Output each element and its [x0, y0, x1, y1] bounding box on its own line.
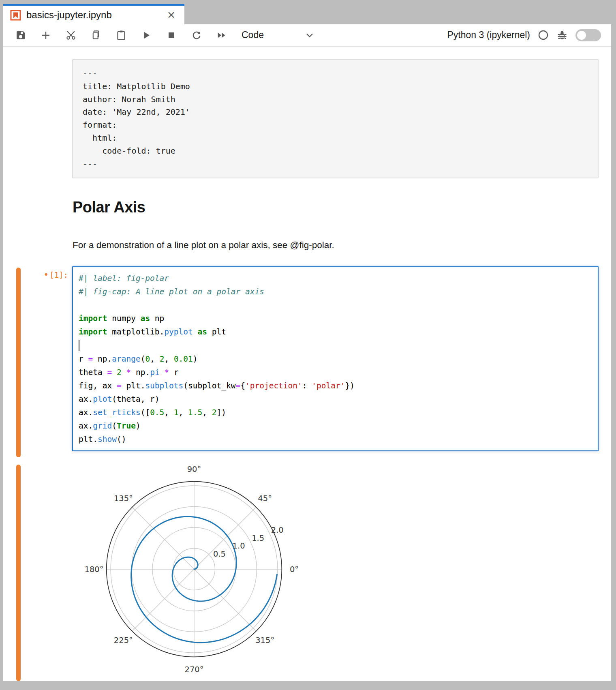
- restart-run-all-button[interactable]: [216, 30, 227, 41]
- r-tick-label: 2.0: [271, 525, 284, 535]
- markdown-heading: Polar Axis: [73, 199, 145, 216]
- r-tick-label: 0.5: [213, 549, 226, 559]
- cut-cells-button[interactable]: [66, 30, 76, 41]
- code-line: theta = 2 * np.pi * r: [79, 366, 592, 379]
- yaml-line: html:: [83, 132, 588, 145]
- yaml-line: code-fold: true: [83, 145, 588, 158]
- yaml-line: ---: [83, 158, 588, 171]
- yaml-line: date: 'May 22nd, 2021': [83, 106, 588, 119]
- prompt-number: [1]:: [49, 270, 68, 279]
- stop-icon: [167, 31, 176, 40]
- tab-close-icon[interactable]: ✕: [167, 10, 175, 20]
- plus-icon: [41, 30, 51, 41]
- clipboard-icon: [116, 30, 126, 41]
- tab-title: basics-jupyter.ipynb: [26, 9, 167, 21]
- copy-cells-button[interactable]: [91, 30, 101, 41]
- run-cell-button[interactable]: [141, 30, 152, 41]
- code-line: ax.set_rticks([0.5, 1, 1.5, 2]): [79, 406, 592, 419]
- polar-plot-output: 0°45°90°135°180°225°270°315°0.51.01.52.0: [76, 456, 311, 681]
- code-line: ax.plot(theta, r): [79, 392, 592, 406]
- yaml-line: author: Norah Smith: [83, 93, 588, 106]
- cell-type-dropdown[interactable]: Code: [242, 30, 314, 41]
- theta-tick-label: 135°: [114, 494, 133, 503]
- play-icon: [141, 30, 151, 40]
- code-line: fig, ax = plt.subplots(subplot_kw={'proj…: [79, 379, 592, 392]
- code-line: import matplotlib.pyplot as plt: [79, 325, 592, 339]
- code-line: import numpy as np: [79, 312, 592, 325]
- notebook-icon: [10, 10, 21, 21]
- text-cursor: [79, 340, 79, 351]
- simple-mode-toggle[interactable]: [575, 29, 601, 41]
- cell-collapser-code[interactable]: [16, 268, 21, 457]
- yaml-line: format:: [83, 119, 588, 132]
- theta-tick-label: 180°: [85, 565, 104, 574]
- code-line: #| label: fig-polar: [79, 272, 592, 285]
- code-line: r = np.arange(0, 2, 0.01): [79, 352, 592, 366]
- restart-kernel-button[interactable]: [191, 30, 202, 41]
- code-cell-editor[interactable]: #| label: fig-polar#| fig-cap: A line pl…: [72, 266, 599, 451]
- notebook-toolbar: Code Python 3 (ipykernel): [3, 24, 611, 47]
- yaml-frontmatter-cell[interactable]: ---title: Matplotlib Demoauthor: Norah S…: [72, 59, 599, 178]
- theta-tick-label: 270°: [185, 665, 204, 674]
- r-tick-label: 1.0: [233, 541, 245, 551]
- notebook-panel: ---title: Matplotlib Demoauthor: Norah S…: [3, 47, 611, 681]
- theta-tick-label: 225°: [114, 636, 133, 645]
- chevron-down-icon: [306, 32, 314, 38]
- modified-dot: •: [44, 270, 49, 280]
- restart-icon: [191, 30, 202, 41]
- yaml-line: title: Matplotlib Demo: [83, 80, 588, 93]
- save-icon: [15, 30, 26, 41]
- theta-tick-label: 315°: [255, 636, 274, 645]
- cell-collapser-output[interactable]: [16, 465, 21, 681]
- r-tick-label: 1.5: [252, 534, 264, 543]
- yaml-line: ---: [83, 67, 588, 80]
- markdown-paragraph: For a demonstration of a line plot on a …: [73, 240, 334, 251]
- fast-forward-icon: [216, 30, 227, 40]
- jupyterlab-window: { "tab": { "title": "basics-jupyter.ipyn…: [0, 0, 616, 690]
- theta-tick-label: 90°: [187, 465, 201, 474]
- code-line: #| fig-cap: A line plot on a polar axis: [79, 285, 592, 298]
- paste-cells-button[interactable]: [116, 30, 126, 41]
- code-line: plt.show(): [79, 433, 592, 446]
- bug-icon[interactable]: [556, 30, 568, 41]
- theta-tick-label: 45°: [258, 494, 272, 503]
- code-line: [79, 339, 592, 352]
- copy-icon: [91, 30, 101, 41]
- kernel-status-icon[interactable]: [538, 30, 549, 41]
- code-line: ax.grid(True): [79, 419, 592, 433]
- kernel-name[interactable]: Python 3 (ipykernel): [447, 30, 530, 41]
- save-button[interactable]: [15, 30, 26, 41]
- add-cell-button[interactable]: [41, 30, 51, 41]
- code-line: [79, 298, 592, 312]
- notebook-tab[interactable]: basics-jupyter.ipynb ✕: [3, 4, 184, 24]
- cell-type-value: Code: [242, 30, 264, 41]
- scissors-icon: [66, 30, 76, 41]
- execution-prompt: •[1]:: [3, 270, 68, 280]
- toggle-knob: [577, 31, 586, 40]
- stop-kernel-button[interactable]: [166, 30, 177, 41]
- theta-tick-label: 0°: [290, 565, 299, 574]
